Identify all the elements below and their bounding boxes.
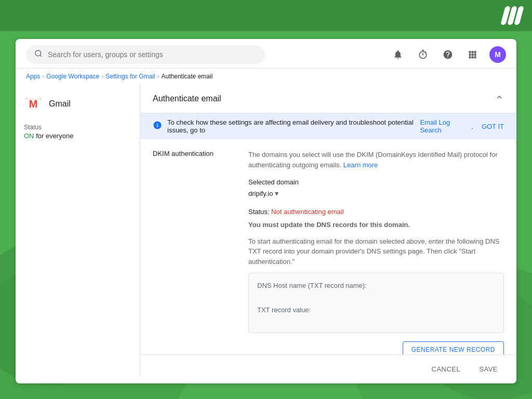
dns-record-box: DNS Host name (TXT record name): TXT rec… [248, 273, 504, 333]
dns-txt-label: TXT record value: [257, 306, 495, 314]
cancel-button[interactable]: CANCEL [425, 361, 467, 377]
dns-must-update: You must update the DNS records for this… [248, 220, 504, 230]
status-for-everyone: for everyone [36, 132, 73, 140]
got-it-button[interactable]: GOT IT [482, 123, 504, 130]
notifications-icon[interactable] [390, 46, 406, 63]
breadcrumb-sep-3: › [157, 73, 159, 80]
timer-icon[interactable] [415, 46, 431, 63]
dns-instructions: To start authenticating email for the do… [248, 236, 504, 267]
svg-text:M: M [29, 98, 38, 110]
app-name: Gmail [49, 99, 71, 109]
dkim-section: DKIM authentication The domains you sele… [140, 139, 516, 377]
avatar[interactable]: Gmail M [489, 46, 506, 63]
breadcrumb-sep-1: › [42, 73, 44, 80]
gmail-logo: M [24, 95, 43, 113]
sidebar-app: M Gmail [24, 95, 131, 113]
breadcrumb-apps[interactable]: Apps [26, 73, 40, 80]
info-banner-text: To check how these settings are affectin… [167, 118, 415, 134]
status-label: Status [24, 124, 131, 131]
svg-line-6 [40, 55, 42, 57]
panel-title: Authenticate email [153, 94, 221, 103]
dns-txt-field: TXT record value: [257, 306, 495, 324]
dkim-content: The domains you select will use the DKIM… [248, 150, 504, 377]
search-input[interactable] [48, 50, 257, 59]
breadcrumb-current: Authenticate email [162, 73, 213, 80]
email-log-search-link[interactable]: Email Log Search [420, 118, 466, 134]
dkim-learn-more-link[interactable]: Learn more [343, 161, 378, 169]
domain-dropdown-arrow: ▾ [275, 189, 278, 197]
top-icons: Gmail M [390, 46, 506, 63]
main-card: Gmail M Apps › Google Workspace › Settin… [16, 39, 516, 383]
breadcrumb-settings-gmail[interactable]: Settings for Gmail [105, 73, 155, 80]
logo [503, 6, 522, 25]
search-bar-area: Gmail M [16, 39, 516, 69]
info-banner: To check how these settings are affectin… [140, 113, 516, 139]
status-section: Status ON for everyone [24, 124, 131, 140]
status-on: ON [24, 132, 34, 140]
info-banner-icon [153, 121, 162, 132]
search-icon [34, 49, 43, 60]
domain-select[interactable]: dripify.io ▾ [248, 189, 504, 197]
content-area: M Gmail Status ON for everyone Authentic… [16, 84, 516, 377]
main-panel: Authenticate email To check how these se… [140, 84, 516, 377]
dns-host-value [257, 291, 495, 300]
dns-host-label: DNS Host name (TXT record name): [257, 282, 495, 289]
sidebar: M Gmail Status ON for everyone [16, 84, 140, 377]
status-value: ON for everyone [24, 132, 131, 140]
breadcrumb-sep-2: › [101, 73, 103, 80]
status-label: Status: [248, 208, 269, 216]
apps-grid-icon[interactable] [464, 46, 481, 63]
dns-txt-value [257, 316, 495, 324]
dkim-description: The domains you select will use the DKIM… [248, 150, 504, 170]
svg-point-5 [35, 50, 41, 56]
domain-value: dripify.io [248, 190, 273, 197]
bottom-action-bar: CANCEL SAVE [140, 354, 516, 383]
not-auth-status: Not authenticating email [271, 208, 343, 216]
dkim-label: DKIM authentication [153, 150, 236, 377]
save-button[interactable]: SAVE [473, 361, 504, 377]
search-input-wrap[interactable] [26, 45, 265, 64]
auth-status: Status: Not authenticating email [248, 208, 504, 216]
breadcrumb-workspace[interactable]: Google Workspace [46, 73, 99, 80]
collapse-icon[interactable] [495, 92, 504, 104]
breadcrumb: Apps › Google Workspace › Settings for G… [16, 69, 516, 84]
info-banner-left: To check how these settings are affectin… [153, 118, 473, 134]
panel-header: Authenticate email [140, 84, 516, 113]
help-icon[interactable] [440, 46, 456, 63]
dns-host-field: DNS Host name (TXT record name): [257, 282, 495, 300]
top-bar [0, 0, 532, 31]
selected-domain-label: Selected domain [248, 178, 504, 186]
